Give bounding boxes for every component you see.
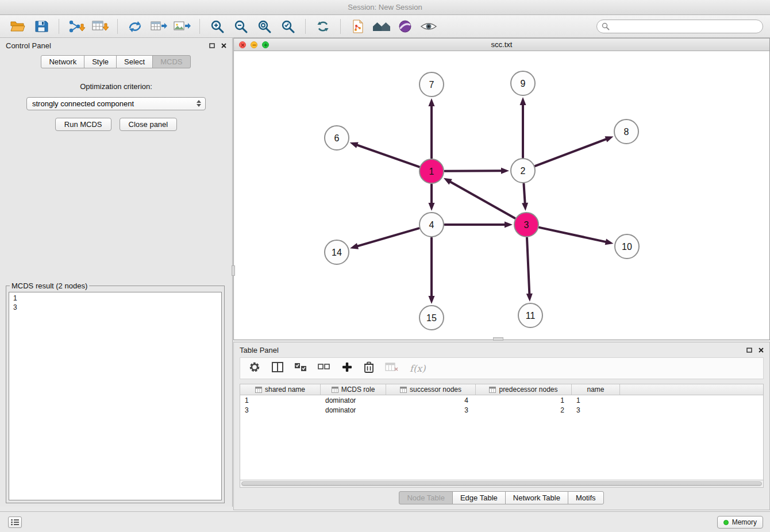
zoom-fit-button[interactable] (253, 17, 275, 36)
cell-mcds-role[interactable]: dominator (321, 395, 386, 405)
mcds-result-text[interactable]: 1 3 (9, 292, 222, 500)
table-row[interactable]: 1 dominator 4 1 1 (240, 395, 763, 405)
network-canvas[interactable]: 7968124314101511 (234, 51, 769, 340)
column-header-successor-nodes[interactable]: successor nodes (386, 384, 476, 395)
tab-edge-table[interactable]: Edge Table (452, 491, 506, 504)
float-panel-button[interactable] (209, 43, 215, 48)
export-image-button[interactable] (171, 17, 193, 36)
tab-node-table[interactable]: Node Table (399, 491, 453, 504)
cell-shared-name[interactable]: 1 (240, 395, 321, 405)
graph-edge-arrowhead (444, 178, 452, 185)
cell-shared-name[interactable]: 3 (240, 405, 321, 415)
delete-table-button[interactable] (385, 362, 399, 375)
tab-select[interactable]: Select (116, 55, 153, 68)
table-settings-button[interactable] (248, 361, 261, 376)
window-title: Session: New Session (348, 3, 422, 11)
attribute-icon (332, 387, 338, 393)
import-network-button[interactable] (66, 17, 87, 36)
style-button[interactable] (394, 17, 416, 36)
column-label: MCDS role (341, 385, 375, 394)
scrollbar-thumb[interactable] (241, 481, 762, 486)
save-session-button[interactable] (30, 17, 52, 36)
close-panel-button[interactable] (221, 43, 226, 48)
graph-edge-2-3[interactable] (523, 184, 525, 204)
minimize-window-button[interactable] (251, 41, 257, 48)
column-header-predecessor-nodes[interactable]: predecessor nodes (476, 384, 572, 395)
tab-mcds[interactable]: MCDS (152, 55, 190, 68)
column-header-name[interactable]: name (572, 384, 620, 395)
memory-status-icon (723, 520, 729, 525)
search-container (596, 20, 763, 33)
deselect-all-button[interactable] (318, 363, 330, 374)
task-history-button[interactable] (8, 516, 22, 528)
home-button[interactable] (371, 17, 392, 36)
graph-edge-3-1[interactable] (449, 182, 515, 218)
memory-button[interactable]: Memory (717, 516, 763, 529)
zoom-selected-icon (280, 19, 295, 34)
graph-edge-arrowhead (505, 222, 513, 228)
zoom-selected-button[interactable] (277, 17, 299, 36)
delete-table-icon (385, 362, 399, 372)
cell-name[interactable]: 1 (572, 395, 620, 405)
function-builder-button[interactable]: f(x) (410, 363, 425, 374)
tab-motifs[interactable]: Motifs (568, 491, 604, 504)
column-header-mcds-role[interactable]: MCDS role (321, 384, 386, 395)
window-titlebar[interactable]: Session: New Session (0, 0, 770, 15)
open-doc-button[interactable] (347, 17, 369, 36)
deselect-all-icon (318, 363, 330, 372)
graph-edge-arrowhead (429, 98, 435, 106)
graph-edge-1-2[interactable] (445, 171, 502, 171)
open-file-button[interactable] (7, 17, 29, 36)
refresh-layout-button[interactable] (312, 17, 334, 36)
float-table-panel-button[interactable] (746, 348, 752, 353)
export-network-button[interactable] (124, 17, 146, 36)
cell-predecessor-nodes[interactable]: 1 (476, 395, 572, 405)
graph-edge-4-14[interactable] (357, 228, 419, 246)
zoom-out-button[interactable] (230, 17, 252, 36)
delete-row-button[interactable] (364, 361, 374, 376)
network-window-titlebar[interactable]: scc.txt (234, 38, 769, 51)
network-view-window: scc.txt 7968124314101511 (233, 38, 770, 340)
cell-successor-nodes[interactable]: 3 (386, 405, 476, 415)
zoom-window-button[interactable] (262, 41, 269, 48)
zoom-out-icon (233, 19, 248, 34)
add-row-button[interactable] (341, 361, 353, 375)
select-all-button[interactable] (294, 363, 307, 374)
import-table-button[interactable] (89, 17, 111, 36)
run-mcds-button[interactable]: Run MCDS (55, 118, 111, 131)
table-row[interactable]: 3 dominator 3 2 3 (240, 405, 763, 415)
table-horizontal-scrollbar[interactable] (240, 480, 764, 488)
graph-node-label-1: 1 (429, 167, 434, 176)
toolbar-separator (199, 19, 200, 34)
close-table-panel-button[interactable] (759, 348, 764, 353)
graph-edge-3-10[interactable] (539, 228, 606, 242)
graph-edge-3-11[interactable] (527, 238, 529, 295)
export-table-button[interactable] (148, 17, 170, 36)
close-panel-button-mcds[interactable]: Close panel (120, 118, 178, 131)
splitter-handle-vertical[interactable] (232, 265, 235, 276)
graph-edge-1-6[interactable] (356, 145, 419, 167)
search-input[interactable] (596, 20, 763, 33)
cell-name[interactable]: 3 (572, 405, 620, 415)
close-window-button[interactable] (239, 41, 246, 48)
network-window-title: scc.txt (491, 40, 513, 49)
optimization-criterion-label: Optimization criterion: (0, 82, 232, 91)
show-hide-button[interactable] (418, 17, 440, 36)
network-canvas-container: 7968124314101511 (234, 51, 769, 340)
cell-mcds-role[interactable]: dominator (321, 405, 386, 415)
show-column-button[interactable] (272, 362, 283, 375)
zoom-in-button[interactable] (206, 17, 228, 36)
criterion-select[interactable]: strongly connected component (26, 97, 206, 110)
cell-predecessor-nodes[interactable]: 2 (476, 405, 572, 415)
splitter-handle-horizontal[interactable] (493, 337, 503, 341)
column-header-filler (620, 384, 763, 395)
tab-network-table[interactable]: Network Table (505, 491, 568, 504)
graph-edge-2-8[interactable] (536, 139, 607, 166)
minimize-glyph-icon (252, 44, 256, 46)
table-panel-tabs: Node Table Edge Table Network Table Moti… (234, 491, 769, 504)
tab-network[interactable]: Network (41, 55, 84, 68)
mcds-result-title: MCDS result (2 nodes) (10, 282, 89, 290)
column-header-shared-name[interactable]: shared name (240, 384, 321, 395)
cell-successor-nodes[interactable]: 4 (386, 395, 476, 405)
tab-style[interactable]: Style (84, 55, 117, 68)
